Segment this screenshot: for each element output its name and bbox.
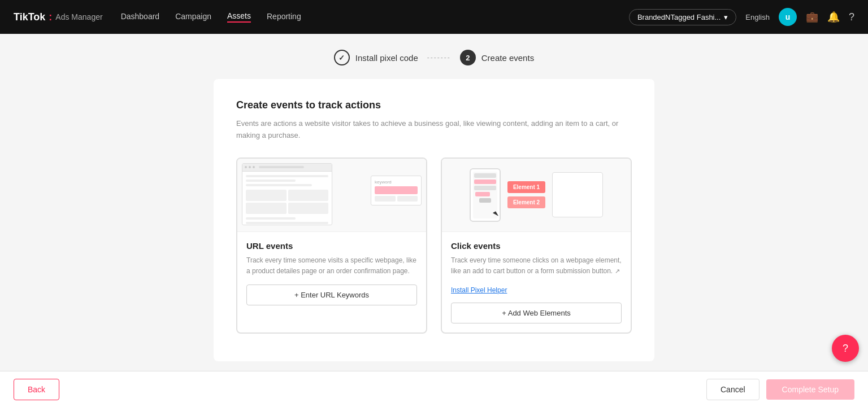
nav-reporting[interactable]: Reporting	[267, 12, 301, 22]
click-events-card[interactable]: Element 1 Element 2 Click events Track e…	[441, 157, 632, 334]
section-desc: Events are actions a website visitor tak…	[236, 118, 632, 142]
url-events-title: URL events	[246, 241, 417, 251]
stepper: ✓ Install pixel code ------- 2 Create ev…	[0, 34, 868, 79]
click-frame	[552, 172, 603, 217]
account-selector[interactable]: BrandedNTagged Fashi... ▾	[629, 9, 736, 25]
account-name: BrandedNTagged Fashi...	[637, 13, 721, 21]
help-icon[interactable]: ?	[849, 11, 854, 23]
click-events-desc: Track every time someone clicks on a web…	[451, 255, 622, 277]
cancel-button[interactable]: Cancel	[706, 379, 760, 400]
install-pixel-helper-link[interactable]: Install Pixel Helper	[451, 286, 507, 294]
nav-campaign[interactable]: Campaign	[175, 12, 211, 22]
brand-colon: :	[49, 11, 52, 23]
complete-setup-button[interactable]: Complete Setup	[766, 379, 854, 400]
step-divider: -------	[427, 54, 451, 62]
step-install-label: Install pixel code	[355, 53, 418, 63]
nav-links: Dashboard Campaign Assets Reporting	[121, 11, 611, 23]
section-title: Create events to track actions	[236, 99, 632, 111]
footer: Back Cancel Complete Setup	[0, 371, 868, 407]
url-events-card[interactable]: keyword URL events Track every time some…	[236, 157, 427, 334]
step-install-circle: ✓	[334, 50, 350, 65]
brand-logo: TikTok: Ads Manager	[14, 11, 103, 23]
back-button[interactable]: Back	[14, 379, 59, 400]
avatar[interactable]: u	[779, 8, 797, 26]
navbar: TikTok: Ads Manager Dashboard Campaign A…	[0, 0, 868, 34]
language-selector[interactable]: English	[745, 13, 770, 21]
click-mobile-illustration	[470, 168, 501, 222]
url-events-preview: keyword	[237, 159, 426, 232]
step-install: ✓ Install pixel code	[334, 50, 418, 65]
url-events-desc: Track every time someone visits a specif…	[246, 255, 417, 277]
brand-tiktok: TikTok	[14, 11, 45, 23]
add-web-elements-button[interactable]: + Add Web Elements	[451, 303, 622, 323]
bell-icon[interactable]: 🔔	[827, 11, 840, 23]
step-create-label: Create events	[481, 53, 534, 63]
nav-right: BrandedNTagged Fashi... ▾ English u 💼 🔔 …	[629, 8, 854, 26]
brand-ads: Ads Manager	[55, 12, 102, 21]
footer-right: Cancel Complete Setup	[706, 379, 854, 400]
nav-assets[interactable]: Assets	[227, 11, 251, 23]
external-link-icon: ↗	[615, 268, 620, 274]
click-events-body: Click events Track every time someone cl…	[442, 232, 631, 332]
element2-tag: Element 2	[507, 196, 545, 208]
enter-url-keywords-button[interactable]: + Enter URL Keywords	[246, 285, 417, 305]
briefcase-icon[interactable]: 💼	[806, 11, 818, 23]
event-cards: keyword URL events Track every time some…	[236, 157, 632, 334]
click-events-title: Click events	[451, 241, 622, 251]
click-events-preview: Element 1 Element 2	[442, 159, 631, 232]
nav-dashboard[interactable]: Dashboard	[121, 12, 160, 22]
url-events-body: URL events Track every time someone visi…	[237, 232, 426, 314]
step-create: 2 Create events	[460, 50, 534, 65]
main-content: Create events to track actions Events ar…	[214, 79, 654, 361]
chevron-down-icon: ▾	[724, 13, 728, 21]
help-bubble[interactable]: ?	[832, 335, 859, 362]
step-create-circle: 2	[460, 50, 476, 65]
element1-tag: Element 1	[507, 181, 545, 193]
elements-panel: Element 1 Element 2	[507, 181, 545, 208]
